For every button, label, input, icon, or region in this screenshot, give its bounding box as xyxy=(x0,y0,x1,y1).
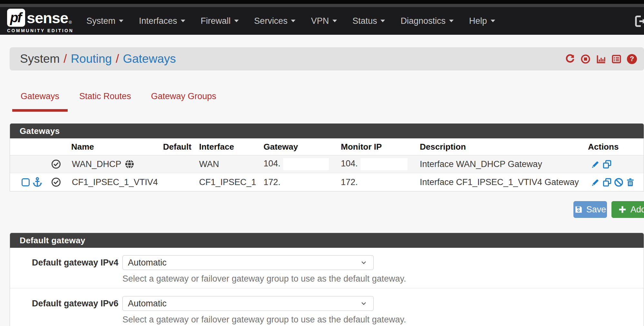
column-monitor-ip: Monitor IP xyxy=(336,142,415,152)
caret-down-icon xyxy=(291,20,295,22)
ipv6-help-text: Select a gateway or failover gateway gro… xyxy=(122,315,644,325)
description-cell: Interface CF1_IPSEC_1_VTIV4 Gateway xyxy=(415,177,584,187)
redaction-box xyxy=(360,158,408,170)
breadcrumb: System / Routing / Gateways xyxy=(10,52,176,66)
default-gateway-ipv4-label: Default gateway IPv4 xyxy=(10,255,107,270)
caret-down-icon xyxy=(181,20,185,22)
tab-gateway-groups[interactable]: Gateway Groups xyxy=(143,91,225,112)
actions-cell xyxy=(584,160,644,169)
nav-item-system[interactable]: System xyxy=(79,7,131,35)
plus-icon xyxy=(618,205,627,214)
redaction-box xyxy=(283,158,329,170)
breadcrumb-separator: / xyxy=(63,52,67,66)
floppy-save-icon xyxy=(574,205,583,214)
monitor-ip-cell: 104. xyxy=(336,158,415,170)
gateways-panel-title: Gateways xyxy=(10,124,644,138)
check-circle-icon xyxy=(51,159,61,169)
delete-trash-icon[interactable] xyxy=(626,178,635,187)
copy-icon[interactable] xyxy=(602,178,612,187)
interface-cell: CF1_IPSEC_1 xyxy=(195,177,260,187)
description-cell: Interface WAN_DHCP Gateway xyxy=(415,159,584,169)
breadcrumb-routing-link[interactable]: Routing xyxy=(71,52,112,66)
check-circle-icon xyxy=(51,177,61,187)
window-top-bar xyxy=(0,0,644,4)
column-actions: Actions xyxy=(584,142,644,152)
gateways-panel: Gateways Name Default Interface Gateway … xyxy=(10,123,644,191)
default-gateway-ipv6-select[interactable]: Automatic xyxy=(122,296,374,311)
chart-bar-icon[interactable] xyxy=(596,54,606,64)
edit-pencil-icon[interactable] xyxy=(591,178,600,187)
gateway-name: CF1_IPSEC_1_VTIV4 xyxy=(72,177,158,187)
column-description: Description xyxy=(415,142,584,152)
caret-down-icon xyxy=(234,20,239,22)
globe-icon xyxy=(125,159,134,169)
gateway-cell: 104. xyxy=(260,158,336,170)
tab-static-routes[interactable]: Static Routes xyxy=(71,91,139,112)
breadcrumb-separator: / xyxy=(116,52,119,66)
column-gateway: Gateway xyxy=(260,142,336,152)
nav-item-interfaces[interactable]: Interfaces xyxy=(131,7,193,35)
caret-down-icon xyxy=(380,20,385,22)
nav-menu: System Interfaces Firewall Services VPN … xyxy=(79,7,503,35)
refresh-icon[interactable] xyxy=(565,54,575,64)
column-interface: Interface xyxy=(195,142,260,152)
caret-down-icon xyxy=(491,20,495,22)
pfsense-logo[interactable]: pf sense ® COMMUNITY EDITION xyxy=(7,9,73,33)
anchor-icon[interactable] xyxy=(32,177,43,188)
default-gateway-ipv4-row: Default gateway IPv4 Automatic Select a … xyxy=(10,248,644,288)
nav-item-status[interactable]: Status xyxy=(345,7,393,35)
table-row-cf1-ipsec: CF1_IPSEC_1_VTIV4 CF1_IPSEC_1 172. 172. … xyxy=(10,173,644,191)
nav-item-diagnostics[interactable]: Diagnostics xyxy=(393,7,461,35)
community-edition-label: COMMUNITY EDITION xyxy=(7,28,73,33)
column-name: Name xyxy=(51,142,160,152)
column-default: Default xyxy=(160,142,195,152)
default-gateway-panel-title: Default gateway xyxy=(10,233,644,248)
nav-item-help[interactable]: Help xyxy=(461,7,503,35)
log-list-icon[interactable] xyxy=(611,54,621,64)
default-gateway-panel: Default gateway Default gateway IPv4 Aut… xyxy=(10,233,644,326)
monitor-ip-cell: 172. xyxy=(336,177,415,187)
breadcrumb-bar: System / Routing / Gateways ? xyxy=(10,47,644,70)
ipv4-help-text: Select a gateway or failover gateway gro… xyxy=(122,274,644,284)
help-circle-icon[interactable]: ? xyxy=(627,54,637,64)
breadcrumb-system: System xyxy=(20,52,60,66)
page-action-icons: ? xyxy=(565,54,644,64)
chevron-down-icon xyxy=(360,259,368,266)
caret-down-icon xyxy=(449,20,454,22)
save-button[interactable]: Save xyxy=(573,201,607,218)
row-checkbox[interactable] xyxy=(22,178,30,186)
gateway-cell: 172. xyxy=(260,177,336,187)
tab-bar: Gateways Static Routes Gateway Groups xyxy=(12,91,225,112)
disable-ban-icon[interactable] xyxy=(614,178,623,187)
add-button[interactable]: Add xyxy=(611,201,644,218)
tab-gateways[interactable]: Gateways xyxy=(12,91,68,112)
actions-cell xyxy=(584,178,644,187)
sense-logo-text: sense xyxy=(27,9,68,27)
default-gateway-ipv6-row: Default gateway IPv6 Automatic Select a … xyxy=(10,288,644,326)
chevron-down-icon xyxy=(360,300,368,307)
browser-strip xyxy=(0,4,644,7)
sign-out-icon[interactable] xyxy=(634,15,644,27)
nav-item-services[interactable]: Services xyxy=(246,7,303,35)
default-gateway-ipv6-label: Default gateway IPv6 xyxy=(10,296,107,311)
registered-mark: ® xyxy=(69,20,72,25)
breadcrumb-gateways-link[interactable]: Gateways xyxy=(123,52,176,66)
gateway-name: WAN_DHCP xyxy=(72,159,121,169)
default-gateway-ipv4-select[interactable]: Automatic xyxy=(122,255,374,270)
caret-down-icon xyxy=(119,20,123,22)
caret-down-icon xyxy=(332,20,337,22)
stop-circle-icon[interactable] xyxy=(581,54,591,64)
pf-logo-box: pf xyxy=(7,9,25,27)
pf-logo-text: pf xyxy=(10,10,22,25)
edit-pencil-icon[interactable] xyxy=(591,160,600,169)
copy-icon[interactable] xyxy=(602,160,612,169)
nav-item-firewall[interactable]: Firewall xyxy=(193,7,246,35)
nav-item-vpn[interactable]: VPN xyxy=(303,7,345,35)
interface-cell: WAN xyxy=(195,159,260,169)
table-row-wan-dhcp: WAN_DHCP WAN 104. 104. Interface WAN_DHC… xyxy=(10,155,644,173)
gateways-table-header: Name Default Interface Gateway Monitor I… xyxy=(10,138,644,155)
navbar: pf sense ® COMMUNITY EDITION System Inte… xyxy=(0,7,644,35)
